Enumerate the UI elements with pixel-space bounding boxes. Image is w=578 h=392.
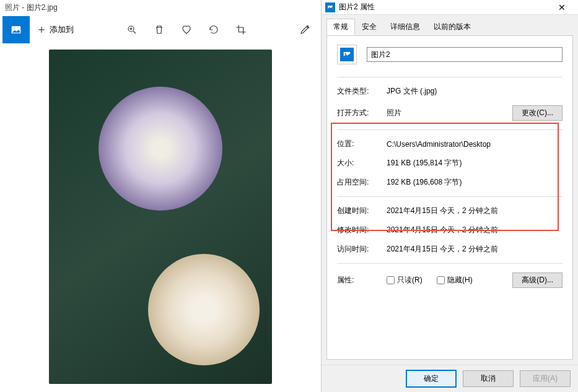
photo-viewport: [0, 45, 321, 392]
svg-point-9: [308, 27, 309, 28]
addto-button[interactable]: 添加到: [30, 16, 81, 43]
cancel-button[interactable]: 取消: [463, 370, 514, 387]
svg-point-8: [307, 25, 309, 27]
rotate-icon[interactable]: [200, 16, 227, 43]
disksize-value: 192 KB (196,608 字节): [387, 177, 563, 188]
tabs: 常规 安全 详细信息 以前的版本: [322, 15, 578, 35]
openwith-value: 照片: [387, 108, 512, 118]
hidden-checkbox[interactable]: 隐藏(H): [437, 275, 473, 285]
photos-toolbar: 添加到: [0, 15, 321, 45]
location-value: C:\Users\Administrator\Desktop: [387, 140, 563, 149]
dialog-title: 图片2 属性: [339, 2, 375, 12]
photos-title: 照片 - 图片2.jpg: [5, 3, 58, 12]
filetype-value: JPG 文件 (.jpg): [387, 86, 563, 97]
tab-panel-general: 文件类型: JPG 文件 (.jpg) 打开方式: 照片 更改(C)... 位置…: [326, 35, 573, 360]
advanced-button[interactable]: 高级(D)...: [512, 272, 563, 288]
properties-dialog: 图片2 属性 ✕ 常规 安全 详细信息 以前的版本 文件类型: JPG 文件 (…: [321, 0, 578, 392]
attributes-label: 属性:: [337, 275, 387, 285]
zoom-icon[interactable]: [118, 16, 146, 43]
accessed-label: 访问时间:: [337, 244, 387, 255]
size-label: 大小:: [337, 158, 387, 168]
location-label: 位置:: [337, 139, 387, 149]
created-label: 创建时间:: [337, 206, 387, 216]
addto-label: 添加到: [50, 24, 74, 35]
openwith-label: 打开方式:: [337, 108, 387, 118]
ok-button[interactable]: 确定: [406, 370, 457, 388]
apply-button[interactable]: 应用(A): [520, 370, 571, 387]
delete-icon[interactable]: [146, 16, 173, 43]
accessed-value: 2021年4月15日 今天，2 分钟之前: [387, 244, 563, 255]
photos-titlebar: 照片 - 图片2.jpg: [0, 0, 321, 15]
svg-point-12: [345, 53, 346, 54]
filetype-label: 文件类型:: [337, 86, 387, 97]
crop-icon[interactable]: [227, 16, 255, 43]
dialog-titlebar: 图片2 属性 ✕: [322, 0, 578, 15]
svg-point-1: [14, 28, 15, 29]
size-value: 191 KB (195,814 字节): [387, 158, 563, 168]
tab-details[interactable]: 详细信息: [383, 19, 427, 35]
file-large-icon: [337, 45, 357, 64]
svg-line-5: [133, 31, 136, 33]
photo-image[interactable]: [49, 50, 272, 384]
modified-label: 修改时间:: [337, 225, 387, 235]
change-button[interactable]: 更改(C)...: [512, 105, 563, 121]
created-value: 2021年4月15日 今天，2 分钟之前: [387, 206, 563, 216]
disksize-label: 占用空间:: [337, 177, 387, 188]
tab-general[interactable]: 常规: [326, 19, 355, 35]
tab-previous[interactable]: 以前的版本: [427, 19, 478, 35]
photos-app-window: 照片 - 图片2.jpg 添加到: [0, 0, 321, 392]
close-icon[interactable]: ✕: [550, 2, 574, 12]
view-photo-icon[interactable]: [2, 16, 30, 43]
favorite-icon[interactable]: [173, 16, 200, 43]
dialog-footer: 确定 取消 应用(A): [322, 365, 578, 392]
edit-icon[interactable]: [291, 16, 318, 43]
modified-value: 2021年4月15日 今天，2 分钟之前: [387, 225, 563, 235]
file-type-icon: [325, 2, 335, 12]
filename-input[interactable]: [367, 47, 563, 62]
readonly-checkbox[interactable]: 只读(R): [387, 275, 423, 285]
tab-security[interactable]: 安全: [355, 19, 383, 35]
